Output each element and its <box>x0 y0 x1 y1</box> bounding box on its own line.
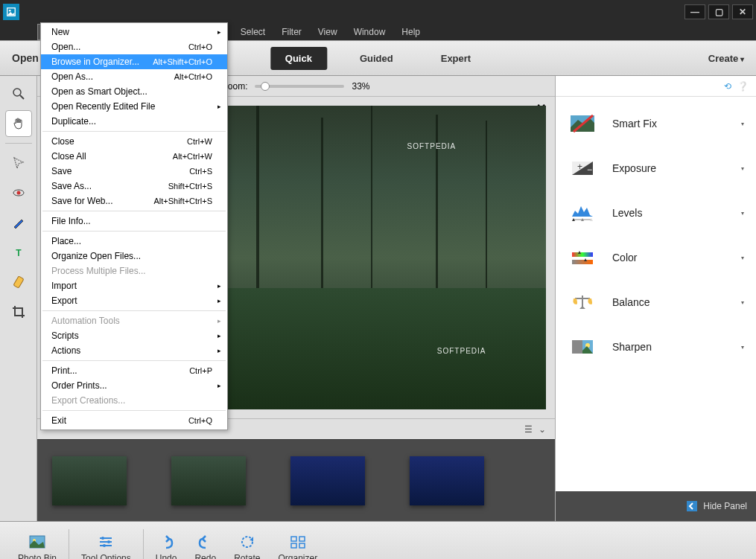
svg-rect-35 <box>291 537 296 541</box>
menu-item[interactable]: Open As...Alt+Ctrl+O <box>41 69 227 84</box>
svg-rect-37 <box>291 543 296 548</box>
collapse-icon[interactable]: ⌄ <box>539 424 546 435</box>
photobin-button[interactable]: Photo Bin <box>9 529 66 560</box>
menu-item[interactable]: Export <box>41 293 227 308</box>
menu-item[interactable]: ExitCtrl+Q <box>41 413 227 428</box>
svg-rect-36 <box>299 537 305 541</box>
organizer-button[interactable]: Organizer <box>269 529 326 560</box>
svg-line-3 <box>20 95 24 99</box>
tool-crop[interactable] <box>5 298 32 325</box>
rotate-button[interactable]: Rotate <box>225 529 269 560</box>
thumbnail[interactable] <box>290 456 365 505</box>
tool-hand[interactable] <box>5 110 32 137</box>
menu-item[interactable]: SaveCtrl+S <box>41 164 227 179</box>
tool-redeye[interactable] <box>5 179 32 206</box>
panel-item-label: Color <box>612 252 637 263</box>
sort-icon[interactable]: ☰ <box>524 424 533 435</box>
zoom-slider[interactable] <box>255 85 344 88</box>
panel-balance[interactable]: Balance <box>556 280 756 325</box>
menu-help[interactable]: Help <box>394 25 428 39</box>
svg-text:T: T <box>16 248 22 258</box>
app-icon <box>3 4 19 20</box>
menu-item: Automation Tools <box>41 313 227 328</box>
toolbox: T <box>0 76 37 521</box>
menu-item[interactable]: Browse in Organizer...Alt+Shift+Ctrl+O <box>41 54 227 69</box>
svg-rect-22 <box>572 340 582 354</box>
menu-item[interactable]: New <box>41 25 227 39</box>
menu-item[interactable]: Place... <box>41 234 227 249</box>
minimize-button[interactable]: — <box>684 4 705 19</box>
titlebar: — ▢ ✕ <box>0 0 756 24</box>
svg-rect-17 <box>572 260 593 264</box>
maximize-button[interactable]: ▢ <box>708 4 729 19</box>
menu-item[interactable]: Open...Ctrl+O <box>41 39 227 54</box>
menu-item[interactable]: Actions <box>41 343 227 358</box>
panel-item-label: Sharpen <box>612 341 652 353</box>
svg-point-31 <box>101 537 104 540</box>
menu-item[interactable]: Order Prints... <box>41 378 227 393</box>
thumbnail[interactable] <box>171 456 246 505</box>
svg-point-33 <box>103 544 106 547</box>
menu-item[interactable]: File Info... <box>41 214 227 229</box>
svg-point-32 <box>107 540 110 543</box>
undo-button[interactable]: Undo <box>147 529 186 560</box>
svg-rect-7 <box>13 276 24 288</box>
tool-heal[interactable] <box>5 269 32 296</box>
create-button[interactable]: Create <box>708 53 744 64</box>
mode-guided[interactable]: Guided <box>345 47 408 70</box>
menu-window[interactable]: Window <box>346 25 393 39</box>
tool-zoom[interactable] <box>5 80 32 107</box>
zoom-value: 33% <box>352 81 369 92</box>
menu-item[interactable]: Scripts <box>41 328 227 343</box>
panel-exposure[interactable]: +− Exposure <box>556 146 756 191</box>
tool-quick-select[interactable] <box>5 150 32 176</box>
close-window-button[interactable]: ✕ <box>732 4 753 19</box>
thumbnail[interactable] <box>52 456 127 505</box>
adjustments-panel: ⟲ ❔ Smart Fix +− Exposure Levels Color <box>555 76 756 521</box>
redo-button[interactable]: Redo <box>185 529 225 560</box>
panel-item-label: Exposure <box>612 162 656 174</box>
panel-levels[interactable]: Levels <box>556 191 756 235</box>
panel-footer[interactable]: Hide Panel <box>556 491 756 521</box>
menu-select[interactable]: Select <box>233 25 273 39</box>
panel-item-label: Balance <box>612 296 650 308</box>
menu-item[interactable]: Organize Open Files... <box>41 249 227 263</box>
menu-item[interactable]: Close AllAlt+Ctrl+W <box>41 149 227 164</box>
svg-point-1 <box>9 10 11 12</box>
svg-text:+: + <box>577 162 582 172</box>
svg-rect-38 <box>299 543 305 548</box>
menu-item: Export Creations... <box>41 393 227 408</box>
menu-item[interactable]: Save As...Shift+Ctrl+S <box>41 179 227 194</box>
photo-bin <box>37 439 555 521</box>
menu-item[interactable]: Open as Smart Object... <box>41 84 227 99</box>
menu-item[interactable]: Duplicate... <box>41 114 227 129</box>
menu-item: Process Multiple Files... <box>41 263 227 278</box>
tooloptions-button[interactable]: Tool Options <box>72 529 140 560</box>
tool-text[interactable]: T <box>5 239 32 266</box>
svg-text:−: − <box>587 164 592 175</box>
menu-item[interactable]: Import <box>41 278 227 293</box>
svg-point-2 <box>13 89 21 96</box>
panel-item-label: Smart Fix <box>612 118 657 130</box>
mode-expert[interactable]: Expert <box>426 47 486 70</box>
menu-item[interactable]: CloseCtrl+W <box>41 134 227 149</box>
help-icon[interactable]: ❔ <box>737 81 749 92</box>
tool-brush[interactable] <box>5 209 32 236</box>
menu-item[interactable]: Save for Web...Alt+Shift+Ctrl+S <box>41 194 227 208</box>
menu-view[interactable]: View <box>311 25 345 39</box>
menu-item[interactable]: Open Recently Edited File <box>41 99 227 114</box>
reset-icon[interactable]: ⟲ <box>724 81 731 92</box>
svg-point-34 <box>242 537 252 547</box>
watermark: SOFTPEDIA <box>407 142 457 150</box>
panel-item-label: Levels <box>612 207 642 219</box>
panel-sharpen[interactable]: Sharpen <box>556 325 756 369</box>
panel-color[interactable]: Color <box>556 235 756 280</box>
panel-smartfix[interactable]: Smart Fix <box>556 101 756 146</box>
svg-rect-16 <box>572 252 593 257</box>
mode-quick[interactable]: Quick <box>270 47 327 70</box>
menu-filter[interactable]: Filter <box>274 25 309 39</box>
file-menu-dropdown: NewOpen...Ctrl+OBrowse in Organizer...Al… <box>40 22 228 430</box>
thumbnail[interactable] <box>410 456 484 505</box>
watermark: SOFTPEDIA <box>437 347 486 355</box>
menu-item[interactable]: Print...Ctrl+P <box>41 363 227 378</box>
